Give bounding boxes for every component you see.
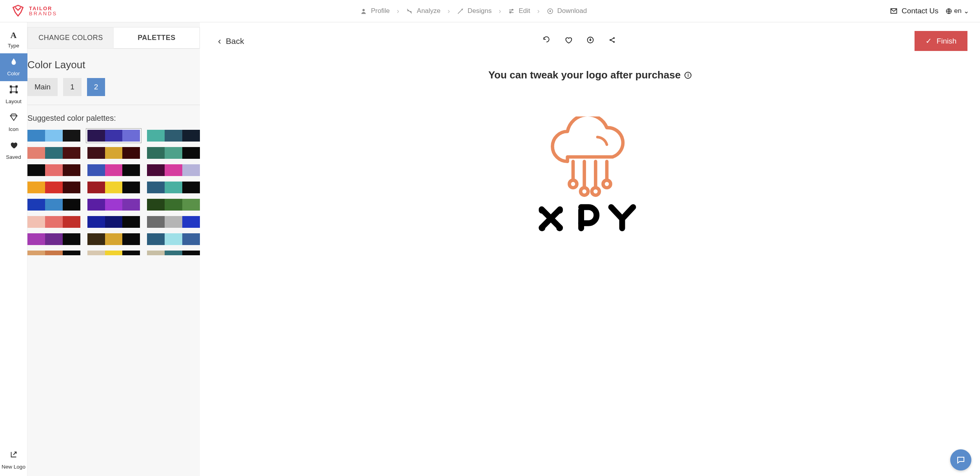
- heart-icon: [0, 141, 27, 152]
- palette-swatch[interactable]: [87, 251, 140, 255]
- swatch: [45, 182, 63, 193]
- svg-rect-11: [16, 92, 17, 93]
- swatch: [165, 182, 182, 193]
- info-icon[interactable]: i: [684, 72, 691, 79]
- analyze-icon: [406, 8, 413, 15]
- swatch: [165, 251, 182, 255]
- palette-swatch[interactable]: [147, 130, 200, 142]
- logo-preview: [200, 116, 980, 236]
- swatch: [45, 130, 63, 142]
- swatch: [87, 251, 105, 255]
- swatch: [147, 130, 165, 142]
- back-button[interactable]: ‹ Back: [218, 36, 244, 47]
- rail-item-saved[interactable]: Saved: [0, 137, 27, 165]
- nav-step-download[interactable]: Download: [544, 7, 590, 15]
- brand[interactable]: TAILOR BRANDS: [11, 4, 57, 18]
- nav-step-label: Profile: [371, 7, 390, 15]
- swatch: [147, 147, 165, 159]
- swatch: [63, 130, 80, 142]
- palette-swatch[interactable]: [87, 182, 140, 193]
- rail-item-type[interactable]: A Type: [0, 26, 27, 53]
- rail-item-label: Layout: [5, 98, 22, 104]
- palette-swatch[interactable]: [147, 164, 200, 176]
- download-circle-icon[interactable]: [586, 36, 594, 46]
- palette-swatch[interactable]: [147, 233, 200, 245]
- share-icon[interactable]: [608, 36, 616, 46]
- contact-us-link[interactable]: Contact Us: [890, 7, 938, 15]
- palette-grid: [27, 130, 200, 245]
- swatch: [105, 233, 123, 245]
- chip-1[interactable]: 1: [63, 78, 82, 96]
- palette-swatch[interactable]: [27, 216, 80, 228]
- rail-item-layout[interactable]: Layout: [0, 81, 27, 109]
- swatch: [182, 216, 200, 228]
- swatch: [182, 164, 200, 176]
- finish-label: Finish: [936, 37, 956, 45]
- svg-point-1: [408, 10, 408, 11]
- svg-rect-25: [619, 217, 625, 231]
- palette-swatch[interactable]: [87, 216, 140, 228]
- language-selector[interactable]: en ⌄: [946, 7, 969, 15]
- palette-swatch[interactable]: [27, 182, 80, 193]
- rail-item-color[interactable]: Color: [0, 53, 27, 81]
- swatch: [87, 130, 105, 142]
- logo-text-svg: [535, 203, 645, 236]
- cloud-compute-icon: [545, 116, 635, 203]
- swatch: [45, 199, 63, 211]
- palette-swatch[interactable]: [147, 182, 200, 193]
- tab-palettes[interactable]: PALETTES: [114, 27, 200, 48]
- check-icon: ✓: [926, 36, 932, 45]
- globe-icon: [946, 8, 952, 15]
- swatch: [63, 199, 80, 211]
- nav-step-label: Edit: [519, 7, 530, 15]
- palette-swatch[interactable]: [27, 233, 80, 245]
- palette-swatch[interactable]: [147, 251, 200, 255]
- palette-swatch[interactable]: [147, 147, 200, 159]
- nav-step-designs[interactable]: Designs: [455, 7, 494, 15]
- svg-point-3: [512, 9, 513, 10]
- chip-main[interactable]: Main: [27, 78, 58, 96]
- edit-icon: [508, 8, 515, 15]
- palette-swatch[interactable]: [147, 216, 200, 228]
- palette-swatch[interactable]: [147, 199, 200, 211]
- heart-outline-icon[interactable]: [564, 36, 572, 46]
- tab-change-colors[interactable]: CHANGE COLORS: [28, 27, 114, 48]
- nav-step-edit[interactable]: Edit: [506, 7, 532, 15]
- rail-item-icon[interactable]: Icon: [0, 109, 27, 137]
- nav-step-analyze[interactable]: Analyze: [404, 7, 443, 15]
- palette-swatch[interactable]: [87, 199, 140, 211]
- swatch: [63, 233, 80, 245]
- palette-swatch[interactable]: [87, 164, 140, 176]
- palette-swatch[interactable]: [27, 199, 80, 211]
- palette-swatch[interactable]: [87, 130, 140, 142]
- palette-swatch[interactable]: [27, 147, 80, 159]
- language-label: en: [954, 7, 962, 15]
- brand-logo-icon: [11, 4, 25, 18]
- contact-us-label: Contact Us: [902, 7, 938, 15]
- swatch: [63, 251, 80, 255]
- palette-swatch[interactable]: [87, 147, 140, 159]
- swatch: [63, 147, 80, 159]
- chevron-right-icon: ›: [535, 7, 542, 15]
- swatch: [105, 130, 123, 142]
- undo-icon[interactable]: [543, 36, 550, 46]
- palette-swatch[interactable]: [27, 164, 80, 176]
- chat-icon: [956, 455, 965, 465]
- chip-2[interactable]: 2: [87, 78, 105, 96]
- sidebar-tabs: CHANGE COLORS PALETTES: [27, 27, 200, 49]
- finish-button[interactable]: ✓ Finish: [915, 31, 967, 51]
- swatch: [165, 147, 182, 159]
- swatch: [27, 233, 45, 245]
- palette-swatch[interactable]: [27, 130, 80, 142]
- rail-item-new-logo[interactable]: New Logo: [0, 447, 27, 476]
- chat-fab[interactable]: [950, 449, 971, 471]
- chevron-down-icon: ⌄: [964, 7, 969, 15]
- color-layout-title: Color Layout: [27, 59, 200, 71]
- swatch: [122, 233, 140, 245]
- palette-swatch[interactable]: [87, 233, 140, 245]
- swatch: [45, 147, 63, 159]
- palette-swatch[interactable]: [27, 251, 80, 255]
- swatch: [87, 164, 105, 176]
- nav-step-profile[interactable]: Profile: [358, 7, 392, 15]
- svg-rect-9: [16, 86, 17, 87]
